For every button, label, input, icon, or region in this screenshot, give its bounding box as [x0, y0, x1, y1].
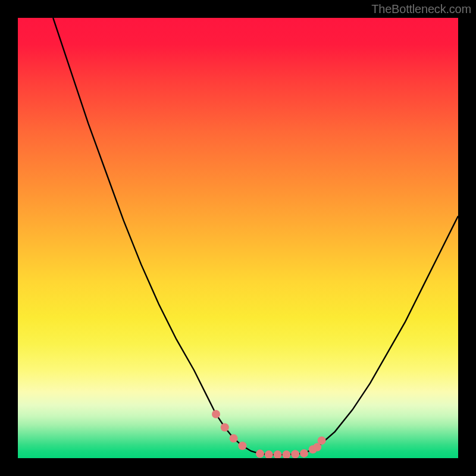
marker-dot — [212, 410, 220, 418]
curve-layer — [18, 18, 458, 458]
marker-dot — [318, 436, 326, 444]
marker-dot — [300, 449, 308, 458]
marker-dot — [274, 450, 282, 458]
marker-dot — [256, 450, 264, 458]
plot-area — [18, 18, 458, 458]
marker-dot — [230, 434, 238, 443]
marker-dot — [291, 450, 299, 458]
attribution-text: TheBottleneck.com — [371, 2, 471, 16]
marker-dot — [282, 450, 290, 458]
marker-dot — [238, 441, 246, 450]
chart-frame: TheBottleneck.com — [0, 0, 476, 476]
bottleneck-curve — [53, 18, 458, 455]
marker-dot — [265, 450, 273, 458]
marker-dot — [221, 423, 229, 431]
